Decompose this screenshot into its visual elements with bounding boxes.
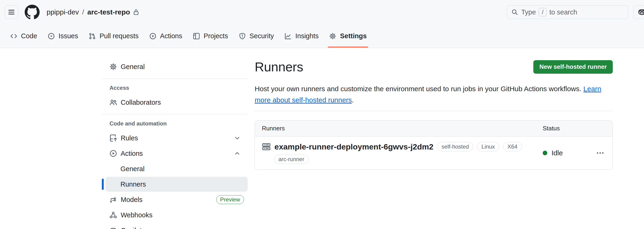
copilot-icon xyxy=(638,8,644,16)
runner-name: example-runner-deployment-6gwvs-j2dm2 xyxy=(274,142,433,151)
tab-insights[interactable]: Insights xyxy=(280,24,323,48)
search-icon xyxy=(512,9,518,15)
breadcrumb: ppippi-dev / arc-test-repo xyxy=(46,8,139,16)
description-period: . xyxy=(352,96,354,104)
breadcrumb-owner-link[interactable]: ppippi-dev xyxy=(46,8,79,16)
sidebar-item-label: Copilot xyxy=(121,227,142,229)
people-icon xyxy=(110,99,117,106)
server-icon xyxy=(262,142,271,151)
preview-badge: Preview xyxy=(216,195,244,204)
runner-label-x64: X64 xyxy=(503,142,522,151)
github-logo[interactable] xyxy=(25,5,40,20)
tab-pull-requests[interactable]: Pull requests xyxy=(84,24,143,48)
runner-label-arc-runner: arc-runner xyxy=(274,155,309,164)
tab-settings[interactable]: Settings xyxy=(324,24,371,48)
tab-label: Insights xyxy=(295,32,318,40)
new-self-hosted-runner-button[interactable]: New self-hosted runner xyxy=(533,60,613,74)
search-input[interactable]: Type / to search xyxy=(507,5,628,19)
runner-label-self-hosted: self-hosted xyxy=(437,142,473,151)
tab-label: Pull requests xyxy=(100,32,139,40)
tab-actions[interactable]: Actions xyxy=(145,24,187,48)
tab-label: Actions xyxy=(160,32,182,40)
sidebar-item-label: Actions xyxy=(121,150,143,157)
runners-table: Runners Status example-runner-deployment… xyxy=(255,120,613,170)
sidebar-divider xyxy=(102,78,248,79)
runner-label-linux: Linux xyxy=(477,142,499,151)
sidebar-item-collaborators[interactable]: Collaborators xyxy=(106,95,248,110)
kebab-horizontal-icon xyxy=(596,149,604,157)
sidebar-item-label: Collaborators xyxy=(121,99,161,106)
sidebar-divider xyxy=(102,114,248,114)
sidebar-item-label: Rules xyxy=(121,134,138,142)
copilot-button[interactable] xyxy=(633,5,644,19)
column-header-status: Status xyxy=(543,125,606,132)
ai-model-icon xyxy=(110,196,117,203)
sidebar-item-actions[interactable]: Actions xyxy=(106,146,248,161)
runners-table-header: Runners Status xyxy=(255,121,612,136)
breadcrumb-separator: / xyxy=(79,8,87,16)
tab-label: Security xyxy=(250,32,274,40)
table-icon xyxy=(193,33,200,40)
page-title: Runners xyxy=(255,59,303,74)
lock-icon xyxy=(133,9,139,15)
git-pull-request-icon xyxy=(89,33,96,40)
shield-icon xyxy=(239,33,246,40)
chevron-down-icon xyxy=(234,135,240,141)
copilot-icon xyxy=(110,227,117,229)
sidebar-item-general[interactable]: General xyxy=(106,59,248,74)
app-header: ppippi-dev / arc-test-repo Type / to sea… xyxy=(0,0,644,48)
section-divider xyxy=(255,111,613,111)
slash-key-hint: / xyxy=(539,8,546,16)
gear-icon xyxy=(329,33,336,40)
webhook-icon xyxy=(110,211,117,219)
search-placeholder-suffix: to search xyxy=(550,9,577,16)
runner-status-cell: Idle xyxy=(543,149,606,157)
chevron-up-icon xyxy=(234,150,240,156)
search-placeholder-prefix: Type xyxy=(521,9,536,16)
sidebar-item-label: Models xyxy=(121,196,142,203)
sidebar-item-label: General xyxy=(121,63,145,71)
tab-security[interactable]: Security xyxy=(234,24,279,48)
three-bars-icon xyxy=(8,9,15,16)
breadcrumb-repo-link[interactable]: arc-test-repo xyxy=(87,8,130,16)
sidebar-item-label: Webhooks xyxy=(121,211,152,219)
tab-issues[interactable]: Issues xyxy=(43,24,83,48)
play-icon xyxy=(149,33,156,40)
top-bar: ppippi-dev / arc-test-repo Type / to sea… xyxy=(0,0,644,24)
sidebar-item-actions-general[interactable]: General xyxy=(106,161,248,176)
hamburger-menu-button[interactable] xyxy=(5,5,18,19)
main-header-row: Runners New self-hosted runner xyxy=(255,59,613,74)
repo-nav-tabs: Code Issues Pull requests Actions Projec… xyxy=(0,24,644,48)
sidebar-item-label: Runners xyxy=(120,180,146,188)
runner-kebab-menu-button[interactable] xyxy=(596,149,604,157)
tab-projects[interactable]: Projects xyxy=(188,24,233,48)
code-icon xyxy=(10,33,17,40)
runners-description: Host your own runners and customize the … xyxy=(255,83,613,106)
tab-label: Projects xyxy=(204,32,228,40)
tab-label: Settings xyxy=(340,32,366,40)
runner-row: example-runner-deployment-6gwvs-j2dm2 se… xyxy=(255,136,612,169)
gear-icon xyxy=(110,63,117,70)
settings-sidebar: General Access Collaborators Code and au… xyxy=(102,59,248,229)
repo-push-icon xyxy=(110,134,117,142)
tab-code[interactable]: Code xyxy=(6,24,42,48)
issue-opened-icon xyxy=(48,33,55,40)
play-icon xyxy=(110,150,117,157)
runners-settings-main: Runners New self-hosted runner Host your… xyxy=(255,59,613,170)
sidebar-item-actions-runners[interactable]: Runners xyxy=(106,177,248,192)
tab-label: Issues xyxy=(58,32,78,40)
sidebar-item-models[interactable]: Models Preview xyxy=(106,192,248,207)
settings-layout: General Access Collaborators Code and au… xyxy=(0,48,644,229)
idle-status-dot xyxy=(543,151,547,155)
description-text: Host your own runners and customize the … xyxy=(255,85,581,93)
sidebar-section-code-and-automation: Code and automation xyxy=(102,120,248,127)
runner-cell: example-runner-deployment-6gwvs-j2dm2 se… xyxy=(262,142,543,164)
sidebar-item-copilot[interactable]: Copilot xyxy=(106,223,248,229)
graph-icon xyxy=(284,33,292,40)
sidebar-item-rules[interactable]: Rules xyxy=(106,131,248,145)
sidebar-item-webhooks[interactable]: Webhooks xyxy=(106,207,248,222)
tab-label: Code xyxy=(21,32,37,40)
sidebar-item-label: General xyxy=(120,165,144,173)
column-header-runners: Runners xyxy=(262,125,543,132)
sidebar-section-access: Access xyxy=(102,85,248,91)
